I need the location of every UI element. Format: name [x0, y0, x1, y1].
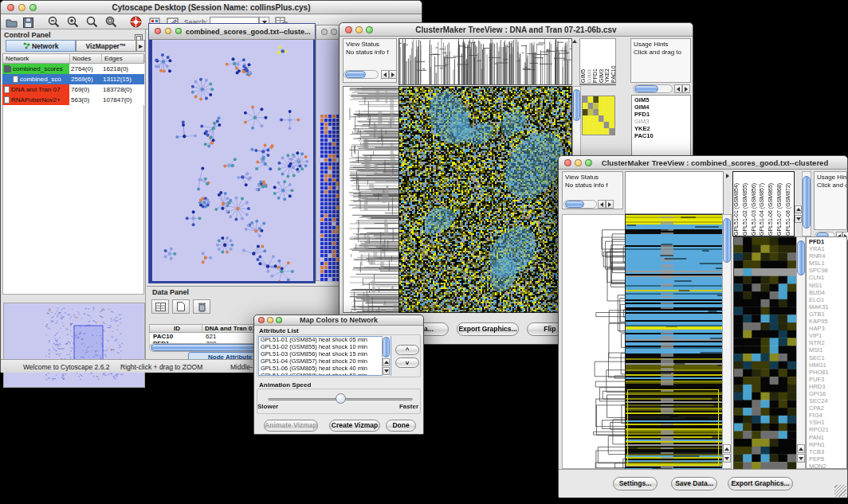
save-data-button[interactable]: Save Data... — [671, 477, 717, 490]
heatmap-canvas[interactable] — [398, 86, 572, 313]
vscroll-thumb[interactable] — [723, 218, 731, 263]
gene-label[interactable]: BUD4 — [809, 289, 846, 296]
minimize-icon[interactable] — [165, 28, 171, 34]
gene-label[interactable]: MON2 — [809, 463, 846, 469]
scroll-left-icon[interactable] — [598, 200, 606, 209]
gene-label[interactable]: FIG4 — [809, 412, 846, 419]
scroll-up-icon[interactable] — [572, 40, 577, 43]
scroll-right-icon[interactable] — [682, 84, 690, 93]
gene-label[interactable]: ELG1 — [809, 296, 846, 303]
labels-vscrollbar[interactable] — [802, 171, 811, 236]
attribute-list[interactable]: GPL51-01 (GSM854) heat shock 05 minGPL51… — [258, 336, 391, 376]
scroll-right-icon[interactable] — [606, 200, 614, 209]
scroll-down-icon[interactable] — [795, 215, 802, 223]
gene-label[interactable]: PUF3 — [809, 376, 846, 383]
dialog-titlebar[interactable]: Map Colors to Network — [254, 315, 423, 326]
usage-hints-hscrollbar[interactable] — [633, 84, 673, 93]
scroll-left-icon[interactable] — [674, 84, 682, 93]
gene-label[interactable]: PFD1 — [634, 111, 690, 118]
network-row[interactable]: DNA and Tran 07 769(0) 183728(0) — [2, 84, 144, 95]
column-label[interactable]: GIM5 — [580, 39, 587, 83]
column-label[interactable]: GPL51-08 (GSM872) — [785, 172, 794, 236]
animate-vizmap-button[interactable]: Animate Vizmap — [264, 420, 318, 432]
gene-label[interactable]: HMG1 — [809, 361, 846, 369]
column-label[interactable]: GPL51-07 (GSM868) — [776, 172, 785, 236]
create-vizmap-button[interactable]: Create Vizmap — [329, 420, 380, 432]
tab-network[interactable]: Network — [6, 40, 76, 52]
gene-label[interactable]: YRA1 — [809, 245, 846, 252]
gene-label[interactable]: GPI16 — [809, 390, 846, 397]
export-graphics-button[interactable]: Export Graphics... — [457, 322, 519, 336]
scroll-up-icon[interactable] — [723, 444, 731, 453]
scroll-up-icon[interactable] — [383, 358, 390, 366]
gene-label[interactable]: NIS1 — [809, 282, 846, 289]
new-attribute-icon[interactable] — [172, 299, 190, 314]
heatmap-vscrollbar[interactable] — [722, 214, 732, 469]
resize-grip[interactable] — [834, 485, 846, 497]
gene-label[interactable]: NTR2 — [809, 339, 846, 346]
network-view-canvas[interactable] — [152, 40, 313, 281]
gene-label[interactable]: MAK31 — [809, 303, 846, 311]
gene-label[interactable]: PHO81 — [809, 369, 846, 376]
main-titlebar[interactable]: Cytoscape Desktop (Session Name: collins… — [1, 1, 422, 14]
close-icon[interactable] — [155, 28, 161, 34]
network-row[interactable]: combined_scores 2764(0) 16218(0) — [2, 64, 144, 74]
scroll-left-icon[interactable] — [381, 70, 389, 79]
move-up-button[interactable]: ^ — [395, 345, 419, 355]
table-mode-icon[interactable] — [151, 299, 169, 314]
gene-label[interactable]: MSL1 — [809, 260, 846, 267]
column-label[interactable]: PFD1 — [592, 39, 599, 83]
column-label[interactable]: GPL51-01 (GSM854) — [733, 172, 742, 236]
zoom-heatmap-canvas[interactable] — [733, 236, 797, 471]
vscroll-thumb[interactable] — [573, 89, 580, 121]
network-row[interactable]: RNAPuberNov2+ 563(0) 107847(0) — [2, 95, 144, 105]
column-label[interactable]: GIM3 — [599, 39, 605, 83]
gene-label[interactable]: YSH1 — [809, 419, 846, 426]
view-status-hscrollbar[interactable] — [563, 200, 597, 209]
tab-overflow-button[interactable]: ▶ — [136, 40, 145, 52]
gene-label[interactable]: PAC10 — [634, 132, 690, 139]
hscroll-thumb[interactable] — [565, 201, 584, 208]
gene-label[interactable]: SPC98 — [809, 267, 846, 274]
zoom-icon[interactable] — [175, 28, 182, 34]
gene-label[interactable]: PAN1 — [809, 434, 846, 441]
scroll-down-icon[interactable] — [797, 454, 805, 463]
dense-network-canvas[interactable] — [320, 113, 341, 282]
done-button[interactable]: Done — [386, 420, 416, 432]
gene-label[interactable]: GTB1 — [809, 311, 846, 318]
delete-attribute-icon[interactable] — [193, 299, 210, 314]
close-icon[interactable] — [321, 29, 328, 35]
gene-label[interactable]: RPO21 — [809, 426, 846, 433]
hscroll-thumb[interactable] — [345, 71, 366, 78]
network-table-header[interactable]: Network Nodes Edges — [2, 53, 144, 64]
speed-slider-thumb[interactable] — [336, 393, 346, 404]
gene-label[interactable]: HRD3 — [809, 383, 846, 390]
top-dendrogram-canvas[interactable] — [398, 38, 572, 85]
column-label[interactable]: GPL51-06 (GSM865) — [768, 172, 776, 236]
gene-label[interactable]: VIP1 — [809, 332, 846, 339]
network-overview-canvas[interactable] — [3, 303, 145, 388]
gene-label[interactable]: MSI1 — [809, 346, 846, 354]
scroll-up-icon[interactable] — [795, 205, 802, 213]
gene-label[interactable]: PFD1 — [809, 238, 846, 245]
gene-label[interactable]: SEC1 — [809, 354, 846, 361]
scroll-up-icon[interactable] — [797, 444, 805, 453]
gene-label[interactable]: GIM4 — [634, 104, 690, 111]
top-dendrogram-area[interactable] — [625, 171, 724, 214]
move-down-button[interactable]: v — [395, 357, 419, 368]
heatmap-canvas[interactable] — [625, 214, 723, 471]
gene-label[interactable]: TCB3 — [809, 448, 846, 455]
treeview2-titlebar[interactable]: ClusterMaker TreeView : combined_scores_… — [559, 156, 847, 170]
gene-label[interactable]: YKE2 — [634, 125, 690, 132]
attribute-item[interactable]: GPL51-07 (GSM868) heat shock 60 min — [259, 373, 391, 376]
column-label[interactable]: GIM4 — [587, 39, 593, 83]
export-graphics-button[interactable]: Export Graphics... — [728, 477, 793, 490]
gene-label[interactable]: PEP5 — [809, 455, 846, 463]
row-dendrogram-canvas[interactable] — [343, 86, 400, 313]
column-label[interactable]: GPL51-02 (GSM855) — [742, 172, 751, 236]
scroll-down-icon[interactable] — [723, 454, 731, 463]
row-dendrogram-canvas[interactable] — [587, 215, 626, 468]
column-label[interactable]: PAC10 — [610, 39, 617, 83]
gene-label[interactable]: GIM3 — [634, 118, 690, 125]
gene-label[interactable]: SEC24 — [809, 397, 846, 404]
